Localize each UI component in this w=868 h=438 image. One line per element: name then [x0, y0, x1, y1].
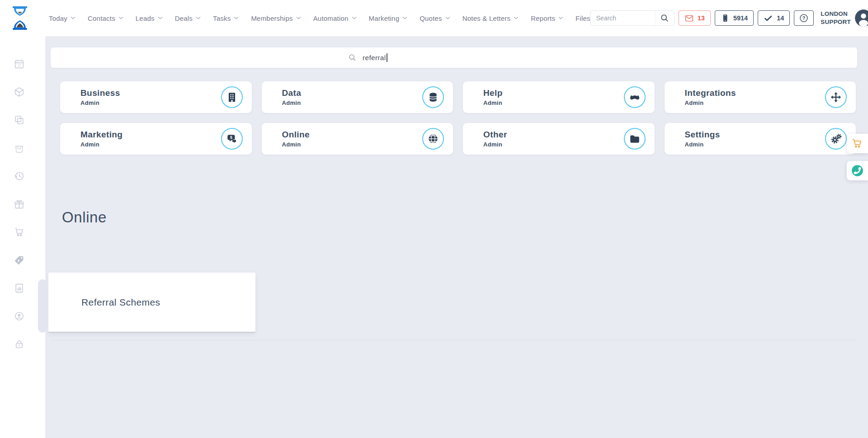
sidebar-item-shop[interactable] — [0, 218, 38, 246]
calendar-icon: 12 — [14, 58, 25, 70]
chevron-down-icon — [158, 16, 163, 20]
card-online-admin[interactable]: Online Admin — [262, 123, 453, 155]
nav-item-quotes[interactable]: Quotes — [420, 14, 450, 22]
nav-item-tasks[interactable]: Tasks — [213, 14, 239, 22]
result-referral-schemes[interactable]: Referral Schemes — [48, 273, 255, 333]
card-subtitle: Admin — [685, 99, 736, 106]
search-icon — [660, 13, 670, 23]
user-name-line1: LONDON — [821, 10, 851, 18]
sidebar-item-orders[interactable] — [0, 134, 38, 162]
nav-item-marketing[interactable]: Marketing — [369, 14, 408, 22]
comments-dollar-icon: $ — [226, 133, 238, 145]
card-title: Marketing — [80, 130, 123, 140]
sidebar-item-products[interactable] — [0, 78, 38, 106]
hourglass-logo-icon — [10, 5, 30, 31]
folder-icon — [629, 133, 641, 145]
card-help-admin[interactable]: Help Admin — [463, 81, 655, 113]
gift-icon — [14, 198, 25, 210]
card-icon-circle — [422, 128, 444, 150]
admin-search-inner: referral — [348, 47, 560, 68]
sidebar: 12 $ — [0, 36, 45, 438]
sidebar-item-security[interactable] — [0, 330, 38, 358]
nav-item-files[interactable]: Files — [576, 14, 590, 22]
search-icon — [348, 53, 357, 62]
email-counter-badge[interactable]: 13 — [679, 10, 711, 26]
chevron-down-icon — [352, 16, 357, 20]
card-business-admin[interactable]: Business Admin — [60, 81, 252, 113]
card-icon-circle — [825, 128, 847, 150]
card-integrations-admin[interactable]: Integrations Admin — [665, 81, 856, 113]
global-search-input[interactable] — [591, 14, 655, 22]
history-icon — [14, 170, 25, 182]
card-other-admin[interactable]: Other Admin — [463, 123, 655, 155]
card-icon-circle — [825, 86, 847, 108]
admin-cards-grid: Business Admin Data Admin — [60, 81, 856, 155]
account-icon — [14, 311, 25, 322]
chevron-down-icon — [71, 16, 75, 20]
nav-item-leads[interactable]: Leads — [136, 14, 163, 22]
card-marketing-admin[interactable]: Marketing Admin $ — [60, 123, 252, 155]
nav-item-label: Memberships — [251, 14, 292, 22]
help-circle-icon: ? — [798, 13, 809, 24]
nav-item-label: Leads — [136, 14, 155, 22]
svg-text:$: $ — [17, 259, 19, 263]
card-text: Settings Admin — [685, 130, 720, 148]
help-button[interactable]: ? — [794, 10, 814, 26]
sidebar-item-reports[interactable] — [0, 274, 38, 302]
nav-item-today[interactable]: Today — [49, 14, 75, 22]
nav-item-memberships[interactable]: Memberships — [251, 14, 301, 22]
user-avatar-icon — [855, 9, 868, 27]
nav-item-contacts[interactable]: Contacts — [88, 14, 123, 22]
user-name: LONDON SUPPORT — [821, 10, 851, 26]
building-icon — [226, 91, 238, 103]
section-title: Online — [62, 209, 107, 226]
sidebar-item-history[interactable] — [0, 162, 38, 190]
card-icon-circle — [221, 86, 243, 108]
sidebar-item-calendar[interactable]: 12 — [0, 50, 38, 78]
sidebar-item-promotions[interactable]: $ — [0, 246, 38, 274]
tasks-counter-badge[interactable]: 14 — [758, 10, 790, 26]
search-submit-button[interactable] — [655, 10, 674, 26]
nav-item-label: Tasks — [213, 14, 231, 22]
nav-item-label: Today — [49, 14, 67, 22]
card-data-admin[interactable]: Data Admin — [262, 81, 453, 113]
nav-item-label: Reports — [531, 14, 555, 22]
phone-counter-badge[interactable]: 5914 — [715, 10, 754, 26]
floating-cart-tab[interactable] — [847, 134, 868, 153]
card-title: Settings — [685, 130, 720, 140]
avatar[interactable] — [855, 9, 868, 27]
chevron-down-icon — [402, 16, 407, 20]
card-text: Help Admin — [483, 88, 503, 106]
chevron-down-icon — [445, 16, 450, 20]
database-icon — [427, 91, 439, 103]
floating-phone-tab[interactable] — [847, 161, 868, 180]
result-label: Referral Schemes — [48, 297, 160, 308]
nav-item-label: Deals — [175, 14, 193, 22]
nav-item-label: Quotes — [420, 14, 442, 22]
padlock-icon — [14, 339, 25, 350]
sidebar-item-duplicates[interactable] — [0, 106, 38, 134]
sidebar-item-account[interactable] — [0, 302, 38, 330]
card-settings-admin[interactable]: Settings Admin — [665, 123, 856, 155]
global-search — [590, 10, 675, 26]
chevron-down-icon — [558, 16, 563, 20]
card-text: Marketing Admin — [80, 130, 123, 148]
svg-text:12: 12 — [17, 63, 21, 66]
sidebar-item-rewards[interactable] — [0, 190, 38, 218]
nav-item-deals[interactable]: Deals — [175, 14, 201, 22]
text-caret — [387, 53, 387, 62]
globe-icon — [427, 133, 439, 145]
user-menu[interactable]: LONDON SUPPORT — [821, 9, 868, 27]
admin-search-bar[interactable]: referral — [51, 47, 857, 68]
move-arrows-icon — [830, 91, 842, 103]
card-subtitle: Admin — [80, 141, 123, 148]
nav-item-automation[interactable]: Automation — [313, 14, 357, 22]
sidebar-scrollbar-thumb[interactable] — [38, 279, 47, 333]
admin-search-value[interactable]: referral — [363, 54, 386, 62]
card-subtitle: Admin — [282, 99, 302, 106]
app-logo[interactable] — [10, 5, 30, 31]
nav-item-notes-letters[interactable]: Notes & Letters — [462, 14, 519, 22]
nav-item-reports[interactable]: Reports — [531, 14, 563, 22]
mobile-phone-icon — [721, 13, 730, 23]
chevron-down-icon — [296, 16, 301, 20]
